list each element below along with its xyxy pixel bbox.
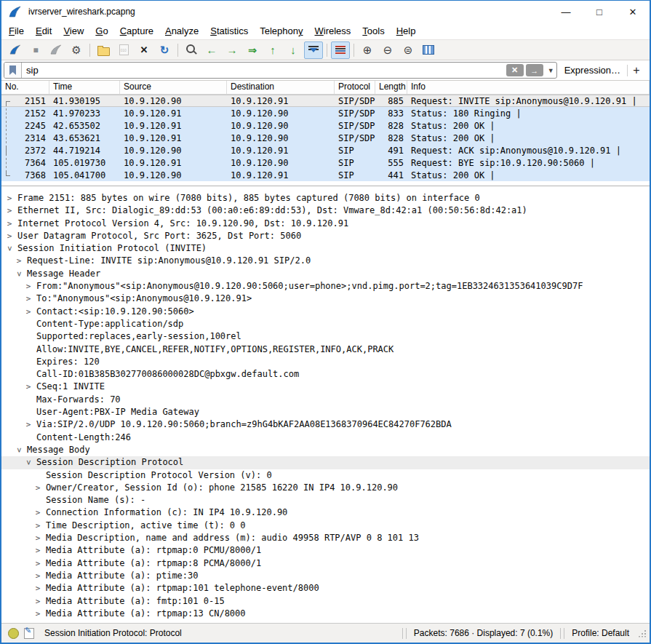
zoom-in-icon[interactable]: ⊕	[358, 41, 377, 59]
colorize-packets-icon[interactable]	[331, 41, 350, 59]
find-packet-icon[interactable]	[182, 41, 201, 59]
detail-row[interactable]: >Time Description, active time (t): 0 0	[1, 520, 650, 532]
detail-row[interactable]: >Frame 2151: 885 bytes on wire (7080 bit…	[1, 192, 650, 204]
detail-row[interactable]: >Media Attribute (a): rtpmap:0 PCMU/8000…	[1, 544, 650, 557]
menu-view[interactable]: View	[57, 24, 89, 38]
pane-splitter[interactable]	[1, 184, 650, 188]
detail-row[interactable]: Session Description Protocol Version (v)…	[1, 469, 650, 482]
detail-row[interactable]: >Session Initiation Protocol (INVITE)	[1, 242, 650, 255]
reload-file-icon[interactable]: ↻	[155, 41, 174, 59]
menu-wireless[interactable]: Wireless	[309, 24, 357, 38]
expand-icon[interactable]: >	[33, 544, 42, 557]
expand-icon[interactable]: >	[33, 595, 42, 608]
menu-help[interactable]: Help	[391, 24, 422, 38]
detail-row[interactable]: >Media Attribute (a): ptime:30	[1, 570, 650, 582]
resize-columns-icon[interactable]	[419, 41, 438, 59]
column-header-info[interactable]: Info	[407, 81, 650, 94]
detail-row[interactable]: Content-Type:application/sdp	[1, 318, 650, 330]
expand-icon[interactable]: >	[24, 381, 33, 393]
start-capture-icon[interactable]	[6, 41, 25, 59]
detail-row[interactable]: >Media Attribute (a): rtpmap:101 telepho…	[1, 582, 650, 595]
expand-icon[interactable]: >	[33, 520, 42, 532]
go-back-icon[interactable]: ←	[202, 41, 221, 59]
filter-apply-icon[interactable]: →	[526, 64, 543, 76]
menu-capture[interactable]: Capture	[114, 24, 159, 38]
expand-icon[interactable]: >	[33, 532, 42, 544]
restart-capture-icon[interactable]	[47, 41, 65, 59]
detail-row[interactable]: >Internet Protocol Version 4, Src: 10.9.…	[1, 218, 650, 230]
collapse-icon[interactable]: >	[12, 446, 25, 455]
detail-row[interactable]: User-Agent:PBX-IP Media Gateway	[1, 406, 650, 418]
detail-row[interactable]: Allow:INVITE,BYE,CANCEL,REFER,NOTIFY,OPT…	[1, 343, 650, 356]
detail-row[interactable]: >From:"Anonymous"<sip:Anonymous@10.9.120…	[1, 280, 650, 293]
detail-row[interactable]: >Via:SIP/2.0/UDP 10.9.120.90:5060;branch…	[1, 418, 650, 431]
profile-selector[interactable]: Profile: Default	[566, 628, 635, 638]
filter-clear-icon[interactable]: ✕	[506, 64, 524, 76]
detail-row[interactable]: >Connection Information (c): IN IP4 10.9…	[1, 506, 650, 519]
column-header-no[interactable]: No.	[1, 81, 49, 94]
detail-row[interactable]: >Owner/Creator, Session Id (o): phone 21…	[1, 482, 650, 494]
detail-row[interactable]: Call-ID:01B385B302770086000028DC@pbxgw.d…	[1, 368, 650, 381]
capture-options-icon[interactable]: ⚙	[67, 41, 86, 59]
expand-icon[interactable]: >	[5, 218, 14, 230]
menu-telephony[interactable]: Telephony	[254, 24, 308, 38]
expand-icon[interactable]: >	[5, 230, 14, 242]
expand-icon[interactable]: >	[33, 557, 42, 570]
maximize-icon[interactable]: □	[583, 1, 616, 23]
detail-row[interactable]: >User Datagram Protocol, Src Port: 3625,…	[1, 230, 650, 242]
column-header-source[interactable]: Source	[120, 81, 227, 94]
go-to-packet-icon[interactable]: ⇒	[243, 41, 262, 59]
packet-row-2372[interactable]: 237244.71921410.9.120.9010.9.120.91SIP49…	[1, 144, 650, 156]
detail-row[interactable]: Max-Forwards: 70	[1, 394, 650, 406]
column-header-protocol[interactable]: Protocol	[335, 81, 375, 94]
detail-row[interactable]: >Media Attribute (a): rtpmap:8 PCMA/8000…	[1, 557, 650, 570]
menu-tools[interactable]: Tools	[356, 24, 390, 38]
packet-row-2245[interactable]: 224542.65350210.9.120.9110.9.120.90SIP/S…	[1, 119, 650, 132]
add-filter-button[interactable]: +	[628, 64, 645, 77]
menu-statistics[interactable]: Statistics	[204, 24, 254, 38]
expand-icon[interactable]: >	[24, 293, 33, 305]
detail-row[interactable]: >Session Description Protocol	[1, 456, 650, 469]
detail-row[interactable]: >CSeq:1 INVITE	[1, 381, 650, 393]
expand-icon[interactable]: >	[24, 418, 33, 431]
packet-row-2152[interactable]: 215241.97023310.9.120.9110.9.120.90SIP/S…	[1, 107, 650, 119]
expand-icon[interactable]: >	[33, 582, 42, 595]
filter-bookmark-icon[interactable]	[4, 63, 22, 78]
packet-row-2314[interactable]: 231443.65362110.9.120.9110.9.120.90SIP/S…	[1, 132, 650, 144]
menu-file[interactable]: File	[3, 24, 30, 38]
close-file-icon[interactable]: ✕	[135, 41, 153, 59]
column-header-destination[interactable]: Destination	[227, 81, 335, 94]
expand-icon[interactable]: >	[33, 506, 42, 519]
open-file-icon[interactable]	[94, 41, 113, 59]
detail-row[interactable]: >Media Attribute (a): rtpmap:13 CN/8000	[1, 608, 650, 620]
detail-row[interactable]: Content-Length:246	[1, 432, 650, 444]
expand-icon[interactable]: >	[5, 192, 14, 204]
menu-analyze[interactable]: Analyze	[159, 24, 204, 38]
column-header-time[interactable]: Time	[49, 81, 120, 94]
expand-icon[interactable]: >	[5, 204, 14, 217]
go-first-icon[interactable]: ↑	[263, 41, 282, 59]
detail-row[interactable]: >Ethernet II, Src: Dialogic_89:dd:53 (00…	[1, 204, 650, 217]
display-filter-input[interactable]: sip	[22, 63, 506, 78]
expand-icon[interactable]: >	[24, 280, 33, 293]
detail-row[interactable]: >Request-Line: INVITE sip:Anonymous@10.9…	[1, 255, 650, 267]
detail-row[interactable]: >Contact:<sip:10.9.120.90:5060>	[1, 306, 650, 318]
detail-row[interactable]: Expires: 120	[1, 356, 650, 368]
menu-edit[interactable]: Edit	[30, 24, 57, 38]
packet-row-7364[interactable]: 7364105.01973010.9.120.9110.9.120.90SIP5…	[1, 156, 650, 169]
collapse-icon[interactable]: >	[22, 458, 34, 467]
expand-icon[interactable]: >	[24, 306, 33, 318]
expression-button[interactable]: Expression…	[564, 65, 620, 76]
collapse-icon[interactable]: >	[12, 269, 25, 278]
zoom-out-icon[interactable]: ⊖	[378, 41, 397, 59]
detail-row[interactable]: Supported:replaces,early-session,100rel	[1, 330, 650, 343]
expand-icon[interactable]: >	[15, 255, 23, 267]
expand-icon[interactable]: >	[33, 570, 42, 582]
expand-icon[interactable]: >	[33, 608, 42, 620]
close-icon[interactable]: ✕	[616, 1, 650, 23]
detail-row[interactable]: >Message Body	[1, 444, 650, 456]
packet-row-2151[interactable]: 215141.93019510.9.120.9010.9.120.91SIP/S…	[1, 95, 650, 107]
collapse-icon[interactable]: >	[3, 245, 15, 253]
column-header-length[interactable]: Length	[375, 81, 407, 94]
zoom-original-icon[interactable]: ⊜	[399, 41, 418, 59]
